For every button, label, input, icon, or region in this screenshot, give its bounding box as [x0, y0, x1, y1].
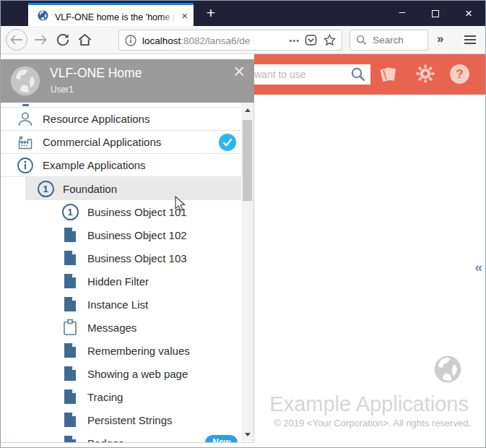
- menu-item-persistent-strings[interactable]: Persistent Strings: [1, 408, 241, 431]
- tab-title: VLF-ONE home is the 'home pa: [55, 10, 178, 22]
- menu-item-badges[interactable]: BadgesNew: [1, 431, 241, 443]
- circle1-icon: 1: [61, 203, 79, 220]
- menu-item-label: Badges: [87, 437, 124, 444]
- minimize-button[interactable]: –: [386, 1, 419, 26]
- menu-item-showing-a-web-page[interactable]: Showing a web page: [1, 362, 241, 385]
- document-icon: [61, 226, 79, 244]
- document-icon: [61, 388, 79, 405]
- globe-favicon-icon: [37, 9, 49, 22]
- search-placeholder: Search: [373, 35, 404, 46]
- back-arrow-icon: [10, 35, 23, 45]
- factory-icon: [17, 134, 34, 151]
- home-icon: [78, 33, 92, 46]
- new-badge: New: [205, 435, 238, 443]
- pocket-icon[interactable]: [305, 34, 317, 46]
- navigation-menu-panel: Resource ApplicationsCommercial Applicat…: [1, 103, 254, 443]
- menu-item-business-object-103[interactable]: Business Object 103: [1, 246, 241, 270]
- document-icon: [61, 296, 79, 313]
- document-icon: [61, 342, 79, 359]
- toolbar-overflow-button[interactable]: »: [437, 32, 443, 46]
- scroll-down-button[interactable]: [241, 428, 253, 440]
- menu-item-label: Foundation: [63, 183, 117, 195]
- menu-item-label: Persistent Strings: [87, 414, 173, 426]
- person-icon: [17, 111, 34, 128]
- collapse-panel-icon[interactable]: «: [474, 259, 482, 275]
- document-icon: [61, 272, 79, 290]
- reload-button[interactable]: [56, 33, 69, 46]
- menu-item-label: Resource Applications: [43, 113, 149, 125]
- partial-menu-item: [1, 103, 241, 108]
- mouse-cursor: [174, 196, 188, 212]
- menu-item-commercial-applications[interactable]: Commercial Applications: [1, 131, 241, 154]
- window-controls: – ×: [386, 1, 485, 26]
- menu-item-instance-list[interactable]: Instance List: [1, 293, 241, 316]
- scrollbar-thumb[interactable]: [243, 120, 252, 201]
- forward-button[interactable]: [34, 35, 47, 45]
- watermark-title: Example Applications: [269, 392, 469, 416]
- applications-switch-icon[interactable]: [377, 64, 399, 85]
- window-close-button[interactable]: ×: [452, 1, 485, 26]
- overlay-header: VLF-ONE Home User1 ×: [1, 59, 254, 103]
- menu-item-label: Business Object 101: [87, 206, 187, 218]
- menu-item-business-object-102[interactable]: Business Object 102: [1, 223, 241, 246]
- menu-item-label: Instance List: [87, 298, 148, 311]
- search-icon: [356, 35, 367, 46]
- menu-item-foundation[interactable]: 1Foundation: [1, 177, 241, 200]
- menu-item-label: Business Object 103: [87, 252, 187, 264]
- menu-item-tracing[interactable]: Tracing: [1, 385, 241, 408]
- scroll-up-button[interactable]: [241, 104, 253, 116]
- overlay-username: User1: [51, 85, 74, 95]
- help-icon[interactable]: ?: [450, 64, 469, 84]
- document-icon: [61, 365, 79, 382]
- info-icon: [17, 157, 34, 174]
- new-tab-button[interactable]: +: [200, 2, 222, 25]
- maximize-button[interactable]: [419, 1, 452, 26]
- home-button[interactable]: [78, 33, 92, 46]
- user-avatar-globe-icon: [9, 65, 41, 97]
- menu-item-remembering-values[interactable]: Remembering values: [1, 339, 241, 362]
- overlay-close-icon[interactable]: ×: [233, 61, 245, 83]
- page-content: want to use: [1, 54, 485, 447]
- tab-close-icon[interactable]: ×: [181, 11, 188, 21]
- document-icon: [61, 434, 79, 443]
- menu-item-label: Commercial Applications: [43, 136, 161, 148]
- address-bar[interactable]: localhost:8082/lansa6/de •••: [118, 30, 342, 51]
- reload-icon: [56, 33, 69, 46]
- menu-item-label: Tracing: [87, 391, 123, 403]
- app-search-placeholder: want to use: [254, 69, 306, 80]
- vlf-menu-overlay: VLF-ONE Home User1 × Resource Applicatio…: [1, 54, 254, 447]
- watermark-copyright: © 2019 <Your Corporation>. All rights re…: [274, 418, 471, 428]
- bookmark-star-icon[interactable]: [324, 34, 336, 46]
- forward-arrow-icon: [34, 35, 47, 45]
- browser-search-field[interactable]: Search: [350, 30, 428, 51]
- menu-item-label: Business Object 102: [87, 229, 187, 241]
- page-actions-icon[interactable]: •••: [289, 36, 300, 45]
- overlay-title: VLF-ONE Home: [50, 66, 142, 81]
- maximize-icon: [432, 10, 439, 17]
- menu-item-example-applications[interactable]: Example Applications: [1, 154, 241, 177]
- app-search-icon[interactable]: [350, 66, 366, 82]
- menu-item-label: Example Applications: [43, 159, 146, 171]
- document-icon: [61, 411, 79, 428]
- circle1-icon: 1: [37, 180, 54, 197]
- menu-item-label: Showing a web page: [87, 368, 188, 380]
- menu-item-business-object-101[interactable]: 1Business Object 101: [1, 200, 241, 223]
- back-button[interactable]: [6, 29, 27, 51]
- browser-window: VLF-ONE home is the 'home pa × + – ×: [0, 0, 486, 448]
- browser-toolbar: localhost:8082/lansa6/de ••• Search »: [1, 26, 485, 54]
- menu-list: Resource ApplicationsCommercial Applicat…: [1, 103, 241, 443]
- menu-item-messages[interactable]: Messages: [1, 316, 241, 339]
- browser-tab[interactable]: VLF-ONE home is the 'home pa ×: [28, 3, 194, 26]
- menu-item-hidden-filter[interactable]: Hidden Filter: [1, 270, 241, 293]
- site-info-icon[interactable]: [125, 35, 136, 46]
- clipboard-icon: [61, 319, 79, 336]
- menu-item-label: Hidden Filter: [87, 275, 149, 288]
- document-icon: [61, 249, 79, 267]
- hamburger-menu-button[interactable]: [464, 35, 476, 46]
- menu-item-label: Messages: [87, 322, 136, 334]
- selected-check-badge: [219, 134, 236, 151]
- menu-scrollbar[interactable]: [241, 103, 253, 441]
- menu-item-resource-applications[interactable]: Resource Applications: [1, 108, 241, 131]
- settings-gear-icon[interactable]: [415, 64, 435, 84]
- url-text: localhost:8082/lansa6/de: [142, 34, 287, 46]
